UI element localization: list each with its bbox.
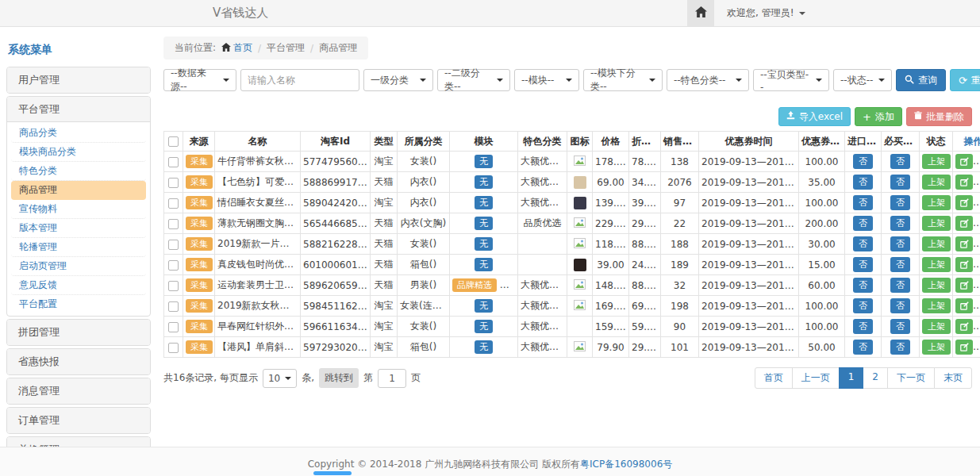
page-button-末页[interactable]: 末页 [934,367,972,389]
sidebar-item-特色分类[interactable]: 特色分类 [11,162,146,181]
status-toggle[interactable]: 上架 [922,257,951,272]
imported-toggle[interactable]: 否 [853,298,873,313]
filter-select-特色分类[interactable]: --特色分类-- [667,69,749,91]
column-header-名称: 名称 [215,132,301,152]
edit-button[interactable] [955,236,973,251]
imported-toggle[interactable]: 否 [853,236,873,251]
home-button[interactable] [687,0,714,26]
sidebar-item-意见反馈[interactable]: 意见反馈 [11,276,146,295]
sidebar-section-平台管理[interactable]: 平台管理 [7,97,150,122]
cell-imported: 否 [845,296,882,317]
filter-select-宝贝类型[interactable]: --宝贝类型-- [753,69,829,91]
sidebar-item-平台配置[interactable]: 平台配置 [11,295,146,314]
row-checkbox[interactable] [168,301,179,312]
status-toggle[interactable]: 上架 [922,216,951,231]
status-toggle[interactable]: 上架 [922,278,951,293]
edit-button[interactable] [955,340,973,355]
sidebar-section-消息管理[interactable]: 消息管理 [7,378,150,404]
row-checkbox[interactable] [168,198,179,209]
batch-delete-button[interactable]: 批量删除 [906,107,972,126]
edit-button[interactable] [955,154,973,169]
sidebar-item-宣传物料[interactable]: 宣传物料 [11,200,146,219]
edit-button[interactable] [955,257,973,272]
select-all-checkbox[interactable] [168,136,179,147]
row-checkbox[interactable] [168,343,179,353]
edit-button[interactable] [955,216,973,231]
must-buy-toggle[interactable]: 否 [890,257,910,272]
icp-link[interactable]: 粤ICP备16098006号 [580,459,672,470]
page-button-2[interactable]: 2 [863,367,888,389]
import-excel-button[interactable]: 导入excel [778,107,851,126]
imported-toggle[interactable]: 否 [853,154,873,169]
cell-sales: 198 [661,296,699,317]
must-buy-toggle[interactable]: 否 [890,175,910,190]
sidebar-item-商品分类[interactable]: 商品分类 [11,124,146,143]
imported-toggle[interactable]: 否 [853,257,873,272]
status-toggle[interactable]: 上架 [922,236,951,251]
filter-select-模块下分类[interactable]: --模块下分类-- [583,69,663,91]
jump-page-input[interactable] [378,369,406,388]
search-button[interactable]: 查询 [896,69,946,91]
page-button-1[interactable]: 1 [839,367,864,389]
status-toggle[interactable]: 上架 [922,340,951,355]
must-buy-toggle[interactable]: 否 [890,298,910,313]
sidebar-section-订单管理[interactable]: 订单管理 [7,408,150,433]
filter-select-模块[interactable]: --模块-- [514,69,579,91]
status-toggle[interactable]: 上架 [922,319,951,334]
imported-toggle[interactable]: 否 [853,319,873,334]
page-button-首页[interactable]: 首页 [755,367,793,389]
filter-select-label: 一级分类 [371,74,409,87]
edit-button[interactable] [955,298,973,313]
filter-select-二级分类[interactable]: --二级分类-- [437,69,510,91]
row-checkbox[interactable] [168,178,179,188]
must-buy-toggle[interactable]: 否 [890,154,910,169]
edit-button[interactable] [955,278,973,293]
reset-button[interactable]: ⟳ 重置 [950,69,980,91]
sidebar-item-模块商品分类[interactable]: 模块商品分类 [11,143,146,162]
name-search-input[interactable] [240,69,359,91]
horizontal-scrollbar-thumb[interactable] [313,471,352,475]
user-menu[interactable]: 欢迎您, 管理员! [727,6,805,20]
edit-button[interactable] [955,175,973,190]
imported-toggle[interactable]: 否 [853,278,873,293]
status-toggle[interactable]: 上架 [922,154,951,169]
per-page-select[interactable]: 10 [263,369,297,388]
must-buy-toggle[interactable]: 否 [890,278,910,293]
page-button-上一页[interactable]: 上一页 [792,367,840,389]
filter-select-状态[interactable]: --状态-- [833,69,892,91]
must-buy-toggle[interactable]: 否 [890,195,910,210]
sidebar-item-轮播管理[interactable]: 轮播管理 [11,238,146,257]
edit-button[interactable] [955,319,973,334]
must-buy-toggle[interactable]: 否 [890,236,910,251]
page-button-下一页[interactable]: 下一页 [887,367,935,389]
add-button[interactable]: + 添加 [855,107,902,126]
source-badge: 采集 [186,320,213,333]
breadcrumb-home-link[interactable]: 首页 [221,41,252,55]
filter-select-一级分类[interactable]: 一级分类 [363,69,433,91]
row-checkbox[interactable] [168,281,179,291]
row-checkbox[interactable] [168,240,179,250]
status-toggle[interactable]: 上架 [922,175,951,190]
sidebar-item-版本管理[interactable]: 版本管理 [11,219,146,238]
sidebar-section-用户管理[interactable]: 用户管理 [7,67,150,93]
imported-toggle[interactable]: 否 [853,340,873,355]
edit-button[interactable] [955,195,973,210]
row-checkbox[interactable] [168,322,179,332]
row-checkbox[interactable] [168,219,179,229]
must-buy-toggle[interactable]: 否 [890,319,910,334]
imported-toggle[interactable]: 否 [853,216,873,231]
row-checkbox[interactable] [168,260,179,271]
sidebar-item-启动页管理[interactable]: 启动页管理 [11,257,146,276]
must-buy-toggle[interactable]: 否 [890,340,910,355]
imported-toggle[interactable]: 否 [853,195,873,210]
imported-toggle[interactable]: 否 [853,175,873,190]
sidebar-item-商品管理[interactable]: 商品管理 [11,181,146,200]
jump-button[interactable]: 跳转到 [319,368,359,388]
row-checkbox[interactable] [168,157,179,167]
must-buy-toggle[interactable]: 否 [890,216,910,231]
filter-select-data-source[interactable]: --数据来源-- [163,69,236,91]
sidebar-section-拼团管理[interactable]: 拼团管理 [7,320,150,345]
status-toggle[interactable]: 上架 [922,298,951,313]
status-toggle[interactable]: 上架 [922,195,951,210]
sidebar-section-省惠快报[interactable]: 省惠快报 [7,349,150,374]
